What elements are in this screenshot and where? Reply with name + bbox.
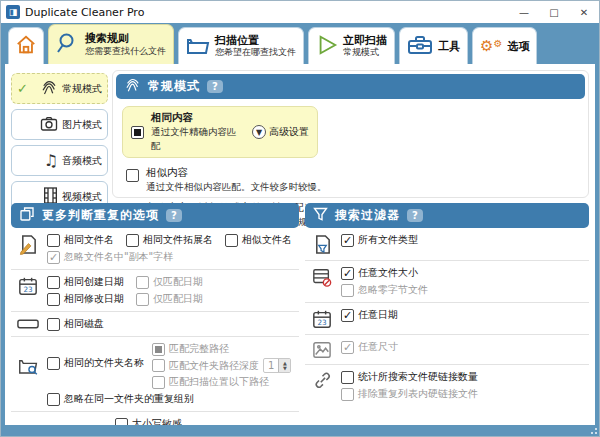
same-filename-checkbox[interactable] — [47, 234, 60, 247]
fingerprint-icon — [40, 79, 58, 99]
window-title: Duplicate Cleaner Pro — [25, 6, 509, 19]
file-edit-icon — [15, 233, 41, 255]
same-extension-checkbox[interactable] — [126, 234, 139, 247]
sidebar-item-regular-mode[interactable]: ✓ 常规模式 — [11, 73, 108, 104]
fingerprint-icon — [124, 77, 141, 97]
advanced-settings-label: 高级设置 — [269, 125, 309, 139]
filename-group: 相同文件名 相同文件拓展名 相似文件名 忽略文件名中"副本"字样 — [11, 228, 299, 270]
created-date-only-checkbox[interactable] — [136, 276, 149, 289]
similar-filename-checkbox[interactable] — [225, 234, 238, 247]
titlebar: ◨ Duplicate Cleaner Pro — □ ✕ — [1, 1, 599, 23]
ignore-zero-byte-checkbox[interactable] — [341, 284, 354, 297]
chevron-down-icon: ▼ — [252, 125, 266, 139]
home-icon — [15, 34, 37, 59]
same-folder-name-label: 相同的文件夹名称 — [64, 356, 144, 370]
calendar-icon: 23 — [15, 275, 41, 296]
sidebar-item-image-mode[interactable]: 图片模式 — [11, 109, 108, 140]
image-icon — [309, 340, 335, 359]
file-type-row: 所有文件类型 — [305, 228, 589, 261]
folder-icon — [186, 34, 210, 59]
ignore-copy-word-checkbox[interactable] — [47, 251, 60, 264]
close-button[interactable]: ✕ — [569, 1, 599, 23]
any-file-size-checkbox[interactable] — [341, 267, 354, 280]
ignore-same-folder-checkbox[interactable] — [47, 393, 60, 406]
sidebar-item-label: 常规模式 — [62, 82, 102, 96]
stepper-arrows-icon[interactable]: ▲▼ — [278, 359, 290, 372]
same-modified-date-label: 相同修改日期 — [64, 292, 124, 306]
tab-scan-now[interactable]: 立即扫描 常规模式 — [308, 27, 395, 64]
exclude-hardlinks-checkbox[interactable] — [341, 388, 354, 401]
regular-mode-panel: 常规模式 ? 相同内容 通过文件精确内容匹配 ▼ 高级设置 相似内容 通过文件 — [112, 70, 589, 198]
panel-title: 常规模式 — [148, 78, 200, 95]
sidebar-item-audio-mode[interactable]: ♫ 音频模式 — [11, 145, 108, 176]
match-below-scan-checkbox[interactable] — [152, 376, 165, 389]
similar-content-checkbox[interactable] — [126, 169, 139, 182]
help-button[interactable]: ? — [207, 80, 223, 93]
same-content-checkbox[interactable] — [131, 126, 144, 139]
minimize-button[interactable]: — — [509, 1, 539, 23]
match-depth-label: 匹配文件夹路径深度 — [169, 359, 259, 373]
all-file-types-label: 所有文件类型 — [358, 233, 418, 247]
dates-group: 23 相同创建日期 仅匹配日期 相同修改日期 仅匹配日期 — [11, 270, 299, 312]
all-file-types-checkbox[interactable] — [341, 234, 354, 247]
any-date-checkbox[interactable] — [341, 309, 354, 322]
funnel-icon — [313, 207, 328, 225]
depth-value: 1 — [264, 360, 278, 371]
tab-home[interactable] — [8, 27, 44, 64]
app-icon: ◨ — [6, 5, 20, 19]
modified-date-only-checkbox[interactable] — [136, 293, 149, 306]
play-icon — [316, 34, 338, 59]
tab-search-rules-subtitle: 您需要查找什么文件 — [85, 46, 166, 57]
option-title: 相似内容 — [146, 166, 327, 180]
file-size-row: 任意文件大小 忽略零字节文件 — [305, 261, 589, 303]
count-hardlinks-checkbox[interactable] — [341, 371, 354, 384]
copy-pages-icon — [19, 206, 35, 225]
more-options-header: 更多判断重复的选项 ? — [11, 203, 299, 228]
same-extension-label: 相同文件拓展名 — [143, 233, 213, 247]
disk-group: 相同磁盘 — [11, 312, 299, 337]
tab-tools[interactable]: 工具 — [399, 27, 468, 64]
tab-scan-now-label: 立即扫描 — [343, 34, 387, 48]
folder-group: 相同的文件夹名称 匹配完整路径 匹配文件夹路径深度 1 — [11, 337, 299, 412]
same-filename-label: 相同文件名 — [64, 233, 114, 247]
disk-icon — [15, 317, 41, 330]
match-full-path-label: 匹配完整路径 — [169, 342, 229, 356]
any-file-size-label: 任意文件大小 — [358, 266, 418, 280]
help-button[interactable]: ? — [166, 209, 182, 222]
match-depth-checkbox[interactable] — [152, 359, 165, 372]
match-full-path-radio[interactable] — [152, 343, 165, 356]
same-created-date-checkbox[interactable] — [47, 276, 60, 289]
option-title: 相同内容 — [151, 111, 245, 125]
depth-stepper[interactable]: 1 ▲▼ — [263, 358, 291, 373]
count-hardlinks-label: 统计所搜索文件硬链接数量 — [358, 370, 478, 384]
svg-text:23: 23 — [23, 285, 33, 294]
size-list-icon — [309, 266, 335, 287]
advanced-settings-button[interactable]: ▼ 高级设置 — [252, 125, 309, 139]
panel-title: 更多判断重复的选项 — [42, 207, 159, 224]
sidebar-item-label: 音频模式 — [62, 154, 102, 168]
resize-grip[interactable] — [588, 425, 598, 435]
hardlink-row: 统计所搜索文件硬链接数量 排除重复列表内硬链接文件 — [305, 365, 589, 406]
help-button[interactable]: ? — [407, 209, 423, 222]
option-same-content[interactable]: 相同内容 通过文件精确内容匹配 ▼ 高级设置 — [122, 106, 318, 158]
option-similar-content[interactable]: 相似内容 通过文件相似内容匹配。文件较多时较慢。 — [116, 162, 585, 197]
tab-search-rules[interactable]: 搜索规则 您需要查找什么文件 — [48, 24, 174, 64]
regular-mode-header: 常规模式 ? — [116, 74, 585, 99]
calendar-icon: 23 — [309, 308, 335, 329]
tab-options[interactable]: ⚙⚙ 选项 — [472, 27, 537, 64]
maximize-button[interactable]: □ — [539, 1, 569, 23]
ignore-copy-word-label: 忽略文件名中"副本"字样 — [64, 250, 173, 264]
search-filter-panel: 搜索过滤器 ? 所有文件类型 — [305, 203, 589, 421]
modified-date-only-label: 仅匹配日期 — [153, 292, 203, 306]
tab-scan-location[interactable]: 扫描位置 您希望在哪查找文件 — [178, 27, 304, 64]
camera-icon — [40, 116, 58, 134]
same-modified-date-checkbox[interactable] — [47, 293, 60, 306]
music-note-icon: ♫ — [44, 153, 58, 169]
same-folder-name-checkbox[interactable] — [47, 357, 60, 370]
same-disk-checkbox[interactable] — [47, 318, 60, 331]
svg-text:23: 23 — [317, 318, 327, 327]
search-icon — [56, 31, 80, 58]
check-icon: ✓ — [17, 81, 28, 96]
tab-scan-location-label: 扫描位置 — [215, 34, 296, 48]
any-dimension-checkbox[interactable] — [341, 341, 354, 354]
